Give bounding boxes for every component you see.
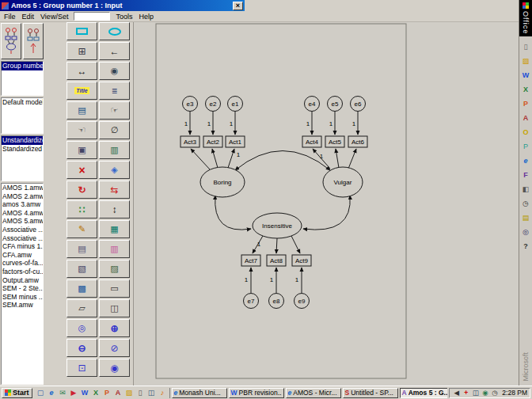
office-shortcut-icon[interactable]: ◧ [521,184,531,194]
toolbar-button[interactable]: ☞ [99,101,130,120]
quick-launch-icon[interactable]: ▨ [124,388,135,398]
quick-launch-icon[interactable]: P [102,388,112,398]
office-shortcut-icon[interactable]: ▤ [521,212,531,222]
taskbar-task-monash[interactable]: e Monash Uni... [172,388,227,398]
toolbar-button[interactable]: ⊞ [66,42,97,60]
menu-file[interactable]: File [1,12,19,21]
toolbar-button[interactable]: ◉ [99,359,130,377]
file-item[interactable]: AMOS 1.amw [2,184,43,192]
file-item[interactable]: factors-of-cu... [2,268,43,276]
error-node-e2[interactable]: e2 [206,97,221,112]
toolbar-button[interactable]: ▨ [99,260,130,278]
path-vulgar-act5[interactable] [336,149,339,168]
menu-view-set[interactable]: View/Set [37,12,71,21]
error-node-e6[interactable]: e6 [351,97,366,112]
toolbar-button[interactable]: Title [66,82,97,100]
toolbar-button[interactable]: ▧ [66,260,97,278]
toolbar-button[interactable]: ✎ [66,220,97,238]
quick-launch-icon[interactable]: A [113,388,124,398]
error-node-e3[interactable]: e3 [183,97,198,112]
office-shortcut-icon[interactable]: ▯ [521,41,531,51]
file-item[interactable]: AMOS 5.amw [2,217,43,226]
start-button[interactable]: Start [2,388,32,398]
file-item[interactable]: Associative ... [2,226,43,234]
observed-node-act5[interactable]: Act5 [325,136,344,147]
toolbar-button[interactable]: ▤ [66,101,97,120]
clock[interactable]: 2:28 PM [500,389,527,397]
toolbar-button[interactable]: ▥ [99,141,130,159]
titlebar-active-area[interactable]: Amos 5 : Group number 1 : Input × [0,0,245,11]
observed-node-act1[interactable]: Act1 [226,136,245,147]
toolbar-button[interactable]: ◉ [99,62,130,80]
quick-launch-icon[interactable]: W [80,388,90,398]
view-input-diagram-button[interactable] [1,23,21,59]
toolbar-button[interactable]: ↻ [66,180,97,199]
toolbar-button[interactable]: ◎ [66,319,97,337]
tray-icon[interactable]: ◫ [471,389,480,397]
toolbar-button[interactable]: ▥ [99,240,130,258]
covariance-boring-insensitive[interactable] [215,196,251,230]
office-shortcut-icon[interactable]: X [521,84,531,94]
observed-node-act2[interactable]: Act2 [203,136,222,147]
file-item[interactable]: CFA minus 1... [2,242,43,251]
toolbar-button[interactable]: ▩ [66,279,97,298]
toolbar-button[interactable]: ⊕ [99,319,130,337]
covariance-vulgar-insensitive[interactable] [303,196,350,230]
tray-icon[interactable]: ◉ [481,389,489,397]
office-shortcut-icon[interactable]: ? [521,241,531,251]
toolbar-button[interactable] [99,22,130,40]
observed-node-act8[interactable]: Act8 [267,255,286,266]
toolbar-button[interactable]: ≡ [99,82,130,100]
menu-combobox[interactable] [74,12,110,21]
quick-launch-icon[interactable]: ▶ [69,388,79,398]
toolbar-button[interactable]: ← [99,42,130,60]
office-shortcut-icon[interactable]: ◷ [521,198,531,208]
taskbar-task-spss[interactable]: S Untitled - SP... [343,388,398,398]
observed-node-act6[interactable]: Act6 [348,136,367,147]
path-boring-act1[interactable] [228,149,234,168]
path-insensitive-act9[interactable] [291,236,300,253]
file-item[interactable]: Output.amw [2,276,43,285]
office-shortcut-icon[interactable]: A [521,112,531,123]
file-item[interactable]: SEM - 2 Ste... [2,284,43,293]
file-item[interactable]: Associative ... [2,234,43,243]
observed-node-act3[interactable]: Act3 [180,136,200,147]
menu-help[interactable]: Help [135,12,157,21]
file-item[interactable]: SEM minus ... [2,293,43,302]
path-boring-act3[interactable] [191,149,210,169]
taskbar-task-amos-active[interactable]: A Amos 5 : G... [400,388,448,398]
estimates-item-standardized[interactable]: Standardized estimates [2,145,43,154]
toolbar-button[interactable]: ⊖ [66,339,97,357]
error-node-e4[interactable]: e4 [305,97,320,112]
menu-tools[interactable]: Tools [112,12,135,21]
tray-icon[interactable]: + [462,389,470,397]
file-item[interactable]: curves-of-fa... [2,259,43,268]
quick-launch-icon[interactable]: ♪ [158,388,168,398]
factor-node-insensitive[interactable]: Insensitive [253,213,302,238]
path-boring-act2[interactable] [212,149,218,168]
observed-node-act7[interactable]: Act7 [241,255,260,266]
quick-launch-icon[interactable]: X [91,388,101,398]
error-node-e5[interactable]: e5 [328,97,343,112]
toolbar-button[interactable]: ⊘ [99,339,130,357]
toolbar-button[interactable]: ☜ [66,121,97,139]
quick-launch-icon[interactable]: ▢ [36,388,46,398]
file-item[interactable]: AMOS 2.amw [2,192,43,201]
model-item[interactable]: Default model [2,98,43,107]
toolbar-button[interactable]: ◈ [99,161,130,179]
file-item[interactable]: CFA.amw [2,251,43,260]
toolbar-button[interactable]: ▱ [66,299,97,317]
observed-node-act4[interactable]: Act4 [302,136,321,147]
file-item[interactable]: amos 3.amw [2,200,43,209]
error-node-e7[interactable]: e7 [244,294,259,309]
estimates-item-unstandardized[interactable]: Unstandardized estimates [2,136,43,145]
tray-icon[interactable]: ◷ [490,389,499,397]
office-shortcut-icon[interactable]: F [521,169,531,180]
menu-edit[interactable]: Edit [19,12,38,21]
office-shortcut-icon[interactable]: P [521,98,531,108]
file-item[interactable]: SEM.amw [2,301,43,310]
error-node-e8[interactable]: e8 [269,294,284,309]
toolbar-button[interactable]: ⊡ [66,359,97,377]
toolbar-button[interactable]: × [66,161,97,179]
factor-node-vulgar[interactable]: Vulgar [323,167,363,197]
